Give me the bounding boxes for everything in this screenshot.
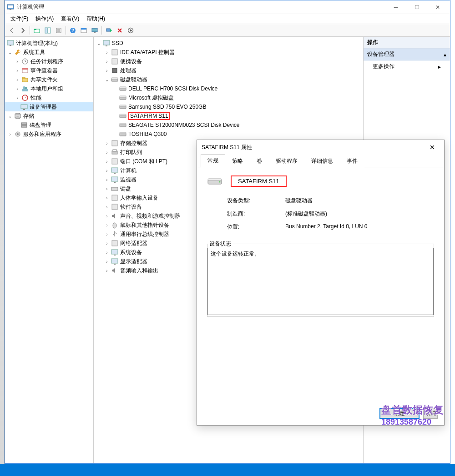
expander-icon[interactable]: › — [104, 204, 110, 210]
tb-showhide[interactable] — [79, 25, 89, 35]
tree-item-performance[interactable]: › 性能 — [5, 93, 93, 102]
svg-rect-73 — [111, 250, 118, 254]
tree-item-task-scheduler[interactable]: › 任务计划程序 — [5, 57, 93, 66]
expander-icon[interactable]: › — [104, 213, 110, 219]
expander-icon[interactable]: › — [104, 258, 110, 265]
maximize-button[interactable]: ☐ — [406, 0, 427, 14]
expander-icon[interactable]: › — [104, 176, 110, 183]
expander-icon[interactable]: › — [7, 131, 13, 137]
svg-rect-41 — [103, 40, 110, 45]
tb-uninstall[interactable] — [115, 25, 125, 35]
expander-icon[interactable]: › — [104, 167, 110, 174]
device-label: 音频输入和输出 — [120, 267, 158, 275]
expander-icon[interactable]: › — [104, 58, 110, 65]
expander-icon[interactable]: › — [104, 67, 110, 74]
expander-icon[interactable]: › — [104, 158, 110, 165]
device-root[interactable]: ⌄SSD — [94, 39, 363, 48]
dialog-close-button[interactable]: ✕ — [425, 140, 440, 154]
device-item[interactable]: TOSHIBA Q300 — [94, 130, 363, 139]
tab-general[interactable]: 常规 — [201, 154, 225, 167]
tb-monitor[interactable] — [90, 25, 100, 35]
tb-uplevel[interactable] — [32, 25, 42, 35]
expander-icon[interactable]: › — [14, 85, 20, 92]
device-manager-icon — [20, 103, 28, 110]
users-icon — [21, 85, 29, 92]
tree-item-device-manager[interactable]: 设备管理器 — [5, 102, 93, 111]
title-bar[interactable]: 计算机管理 ─ ☐ ✕ — [5, 0, 450, 14]
svg-rect-70 — [112, 204, 117, 210]
tb-scan-hardware[interactable] — [104, 25, 114, 35]
expander-icon[interactable]: › — [14, 67, 20, 74]
svg-rect-45 — [112, 68, 117, 73]
tb-enable[interactable] — [126, 25, 136, 35]
tb-forward[interactable] — [18, 25, 28, 35]
expander-icon[interactable]: › — [104, 140, 110, 146]
expander-icon[interactable]: › — [104, 249, 110, 256]
tree-root[interactable]: 计算机管理(本地) — [5, 39, 93, 48]
tb-help[interactable]: ? — [68, 25, 78, 35]
category-icon — [111, 158, 118, 165]
dialog-tabs: 常规 策略 卷 驱动程序 详细信息 事件 — [197, 155, 444, 167]
category-icon — [111, 176, 118, 183]
expander-icon[interactable]: ⌄ — [96, 40, 102, 46]
menu-file[interactable]: 文件(F) — [7, 14, 32, 24]
close-button[interactable]: ✕ — [427, 0, 448, 14]
menu-action[interactable]: 操作(A) — [32, 14, 57, 24]
tree-group-services[interactable]: › 服务和应用程序 — [5, 130, 93, 139]
device-label: SSD — [112, 40, 123, 46]
tb-showtree[interactable] — [43, 25, 53, 35]
expander-icon[interactable]: › — [104, 185, 110, 192]
services-icon — [14, 130, 21, 138]
device-label: 监视器 — [120, 176, 136, 184]
expander-icon[interactable]: › — [104, 267, 110, 274]
tree-item-shared-folders[interactable]: › 共享文件夹 — [5, 75, 93, 84]
expander-icon[interactable]: › — [104, 222, 110, 228]
tb-properties[interactable] — [54, 25, 64, 35]
tab-details[interactable]: 详细信息 — [304, 155, 340, 167]
expander-icon[interactable]: › — [104, 195, 110, 201]
device-item[interactable]: DELL PERC H700 SCSI Disk Device — [94, 84, 363, 93]
expander-icon[interactable]: › — [104, 240, 110, 246]
disk-drive-icon — [207, 176, 222, 187]
tab-policies[interactable]: 策略 — [225, 155, 250, 167]
tree-group-storage[interactable]: ⌄ 存储 — [5, 111, 93, 120]
tree-group-system-tools[interactable]: ⌄ 系统工具 — [5, 48, 93, 57]
menu-help[interactable]: 帮助(H) — [83, 14, 109, 24]
tb-back[interactable] — [7, 25, 17, 35]
tree-item-disk-mgmt[interactable]: 磁盘管理 — [5, 120, 93, 130]
tab-volumes[interactable]: 卷 — [250, 155, 269, 167]
expander-icon[interactable]: › — [14, 58, 20, 65]
expander-icon[interactable]: ⌄ — [7, 113, 13, 119]
actions-more[interactable]: 更多操作 ▸ — [364, 60, 450, 73]
dialog-title-bar[interactable]: SATAFIRM S11 属性 ✕ — [197, 140, 444, 155]
tree-item-event-viewer[interactable]: › 事件查看器 — [5, 66, 93, 75]
expander-icon[interactable]: › — [14, 76, 20, 83]
menu-view[interactable]: 查看(V) — [57, 14, 83, 24]
console-tree[interactable]: 计算机管理(本地) ⌄ 系统工具 › 任务计划程序 › 事件查看器 › 共 — [5, 37, 94, 463]
device-category[interactable]: ›处理器 — [94, 66, 363, 75]
expander-icon[interactable]: › — [104, 49, 110, 55]
device-category[interactable]: ›便携设备 — [94, 57, 363, 66]
expander-icon[interactable]: › — [104, 149, 110, 155]
device-status-text[interactable] — [207, 248, 434, 315]
expander-icon[interactable]: › — [104, 231, 110, 237]
expander-icon[interactable]: ⌄ — [7, 49, 13, 55]
device-category[interactable]: ›IDE ATA/ATAPI 控制器 — [94, 48, 363, 57]
device-item[interactable]: SATAFIRM S11 — [94, 111, 363, 120]
device-item[interactable]: Microsoft 虚拟磁盘 — [94, 93, 363, 102]
device-item[interactable]: SEAGATE ST2000NM0023 SCSI Disk Device — [94, 120, 363, 130]
shared-folder-icon — [21, 76, 29, 83]
tree-item-local-users[interactable]: › 本地用户和组 — [5, 84, 93, 93]
device-label: 便携设备 — [120, 58, 142, 65]
expander-icon[interactable]: ⌄ — [104, 76, 110, 83]
actions-section[interactable]: 设备管理器 ▴ — [364, 49, 450, 60]
minimize-button[interactable]: ─ — [385, 0, 406, 14]
device-item[interactable]: Samsung SSD 750 EVO 250GB — [94, 102, 363, 111]
wrench-icon — [14, 49, 21, 56]
tab-driver[interactable]: 驱动程序 — [269, 155, 304, 167]
expander-icon[interactable]: › — [14, 95, 20, 101]
device-category[interactable]: ⌄磁盘驱动器 — [94, 75, 363, 84]
device-label: 存储控制器 — [120, 140, 147, 147]
category-icon — [111, 140, 118, 147]
tab-events[interactable]: 事件 — [340, 155, 364, 167]
